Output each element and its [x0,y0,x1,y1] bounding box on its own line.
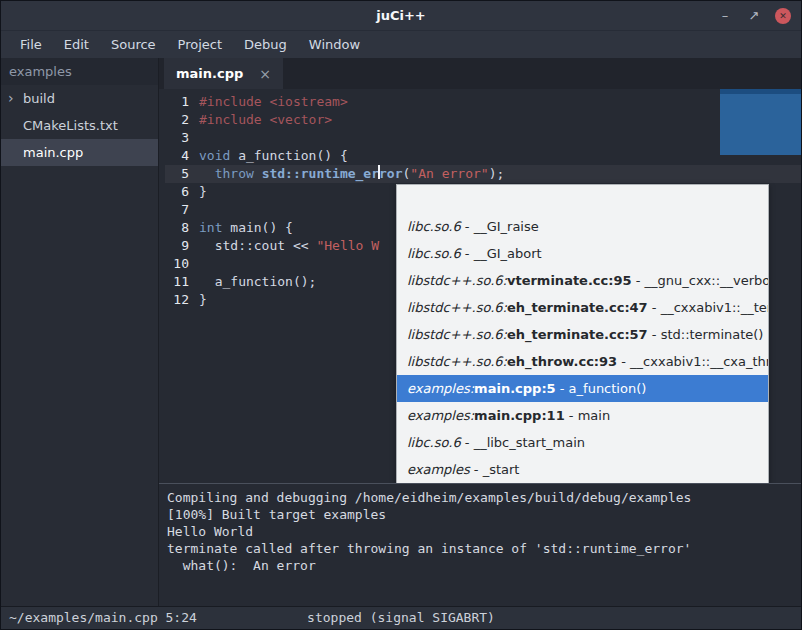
frame-location: main.cpp:5 [474,381,556,396]
frame-module: libstdc++.so.6: [407,327,507,342]
frame-symbol: - __GI_raise [461,219,539,234]
code-token: main() { [222,219,292,237]
content-area: examples ›buildCMakeLists.txtmain.cpp ma… [1,58,801,606]
frame-location: eh_throw.cc:93 [507,354,617,369]
menubar: FileEditSourceProjectDebugWindow [1,31,801,58]
folder-label: build [23,91,55,106]
frame-module: examples: [407,381,474,396]
minimize-icon[interactable]: – [717,8,733,24]
tab-close-icon[interactable]: × [259,66,271,82]
frame-module: libstdc++.so.6: [407,354,507,369]
sidebar-item-cmakelists-txt[interactable]: CMakeLists.txt [1,112,158,139]
frame-module: libc.so.6 [407,435,461,450]
terminal-line: Hello World [167,523,793,540]
line-number: 10 [165,255,189,273]
terminal-line: Compiling and debugging /home/eidheim/ex… [167,489,793,506]
code-line-3[interactable]: 3 [165,129,801,147]
line-number: 8 [165,219,189,237]
stack-frame-item[interactable]: examples:main.cpp:5 - a_function() [397,375,768,402]
code-token: a_function(); [199,273,316,291]
window-title: juCi++ [1,1,801,31]
file-label: main.cpp [23,145,83,160]
code-token: "Hello W [316,237,379,255]
frame-location: vterminate.cc:95 [507,273,632,288]
stack-frame-item[interactable]: libc.so.6 - __GI_raise [397,213,768,240]
line-number: 1 [165,93,189,111]
line-number: 2 [165,111,189,129]
frame-symbol: - __cxxabiv1::__term [648,300,768,315]
project-name: examples [1,58,158,85]
expander-icon[interactable]: › [8,85,14,112]
frame-module: examples: [407,408,474,423]
code-token: } [199,291,207,309]
frame-module: libc.so.6 [407,246,461,261]
line-number: 9 [165,237,189,255]
menu-item-file[interactable]: File [9,31,53,58]
stack-frame-item[interactable]: examples - _start [397,456,768,483]
code-editor[interactable]: 1#include <iostream>2#include <vector>34… [159,89,801,483]
line-number: 5 [165,165,189,183]
code-token: throw [215,165,254,183]
code-token: std::cout << [199,237,316,255]
code-token [254,165,262,183]
main-pane: main.cpp × 1#include <iostream>2#include… [159,58,801,606]
line-number: 4 [165,147,189,165]
sidebar-item-build[interactable]: ›build [1,85,158,112]
frame-symbol: - std::terminate() [648,327,764,342]
tooltip-overlay [720,89,801,155]
frame-symbol: - __libc_start_main [461,435,585,450]
window-controls: – ↗ ✕ [717,1,791,31]
code-token: ); [489,165,505,183]
code-token: void [199,147,230,165]
tab-main-cpp[interactable]: main.cpp × [164,58,283,89]
terminal-output[interactable]: Compiling and debugging /home/eidheim/ex… [159,483,801,606]
frame-location: eh_terminate.cc:47 [507,300,648,315]
stack-frame-item[interactable]: libstdc++.so.6:eh_throw.cc:93 - __cxxabi… [397,348,768,375]
code-token: std::runtime_er [262,165,379,183]
frame-symbol: - __GI_abort [461,246,542,261]
line-number: 7 [165,201,189,219]
stack-frame-item[interactable]: libc.so.6 - __GI_abort [397,240,768,267]
code-token: #include [199,93,269,111]
jucipp-window: juCi++ – ↗ ✕ FileEditSourceProjectDebugW… [0,0,802,630]
close-icon[interactable]: ✕ [775,8,791,24]
line-number: 11 [165,273,189,291]
code-token [199,165,215,183]
line-number: 6 [165,183,189,201]
stack-frame-item[interactable]: libstdc++.so.6:vterminate.cc:95 - __gnu_… [397,267,768,294]
code-token: <vector> [269,111,332,129]
menu-item-project[interactable]: Project [167,31,233,58]
code-token: ror [379,165,402,183]
code-line-5[interactable]: 5 throw std::runtime_error("An error"); [165,165,801,183]
sidebar-item-main-cpp[interactable]: main.cpp [1,139,158,166]
stack-frame-item[interactable]: libc.so.6 - __libc_start_main [397,429,768,456]
menu-item-window[interactable]: Window [298,31,371,58]
maximize-icon[interactable]: ↗ [746,8,762,24]
status-debug-state: stopped (signal SIGABRT) [1,607,801,629]
menu-item-edit[interactable]: Edit [53,31,100,58]
code-token: #include [199,111,269,129]
frame-location: main.cpp:11 [474,408,565,423]
tab-label: main.cpp [176,66,243,81]
tab-bar: main.cpp × [159,58,801,89]
file-tree-panel: examples ›buildCMakeLists.txtmain.cpp [1,58,159,606]
frame-symbol: - main [565,408,610,423]
code-line-1[interactable]: 1#include <iostream> [165,93,801,111]
line-number: 3 [165,129,189,147]
titlebar[interactable]: juCi++ – ↗ ✕ [1,1,801,31]
stack-frame-item[interactable]: libstdc++.so.6:eh_terminate.cc:57 - std:… [397,321,768,348]
file-label: CMakeLists.txt [23,118,118,133]
stack-frame-item[interactable]: examples:main.cpp:11 - main [397,402,768,429]
stack-frame-item[interactable]: libstdc++.so.6:eh_terminate.cc:47 - __cx… [397,294,768,321]
code-line-4[interactable]: 4void a_function() { [165,147,801,165]
menu-item-debug[interactable]: Debug [233,31,298,58]
code-token: int [199,219,222,237]
frame-symbol: - __cxxabiv1::__cxa_thro [617,354,768,369]
code-line-2[interactable]: 2#include <vector> [165,111,801,129]
frame-location: eh_terminate.cc:57 [507,327,648,342]
frame-module: examples [407,462,470,477]
menu-item-source[interactable]: Source [100,31,167,58]
terminal-line: [100%] Built target examples [167,506,793,523]
frame-symbol: - _start [470,462,520,477]
code-token: } [199,183,207,201]
